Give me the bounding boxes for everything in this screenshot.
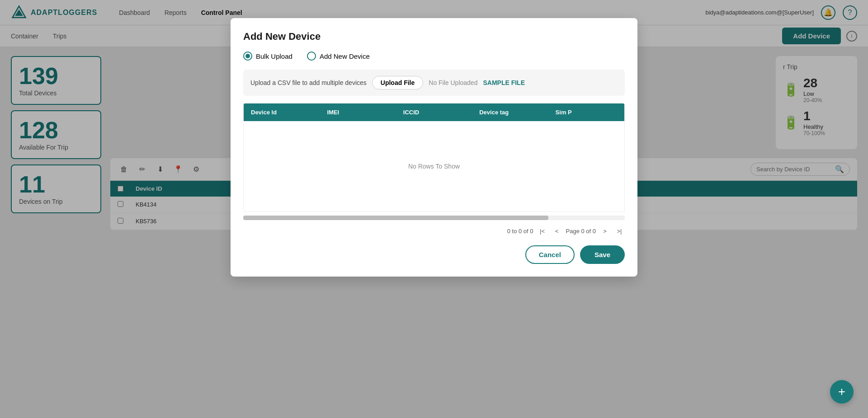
pagination-page: Page 0 of 0 (566, 228, 596, 235)
modal-col-device-id: Device Id (244, 103, 320, 121)
modal-table-body: No Rows To Show (244, 121, 624, 211)
no-rows-text: No Rows To Show (408, 163, 460, 170)
modal-table: Device Id IMEI ICCID Device tag Sim P No… (243, 103, 625, 212)
modal-col-imei: IMEI (320, 103, 396, 121)
sample-file-link[interactable]: SAMPLE FILE (483, 79, 525, 86)
pagination-range: 0 to 0 of 0 (507, 228, 533, 235)
upload-row: Upload a CSV file to add multiple device… (243, 70, 625, 96)
pagination-last[interactable]: >| (614, 225, 625, 236)
upload-label: Upload a CSV file to add multiple device… (250, 79, 367, 86)
add-new-device-modal: Add New Device Bulk Upload Add New Devic… (231, 18, 637, 277)
radio-bulk-upload-circle[interactable] (243, 52, 252, 61)
pagination-prev[interactable]: < (552, 225, 562, 236)
radio-add-new-device-label: Add New Device (320, 52, 370, 60)
radio-bulk-upload[interactable]: Bulk Upload (243, 52, 292, 61)
pagination-first[interactable]: |< (537, 225, 548, 236)
modal-overlay: Add New Device Bulk Upload Add New Devic… (0, 0, 868, 418)
fab-button[interactable]: + (830, 380, 854, 404)
radio-add-new-device-circle[interactable] (307, 52, 316, 61)
modal-scrollbar[interactable] (243, 216, 625, 220)
modal-title: Add New Device (243, 31, 625, 42)
save-button[interactable]: Save (580, 245, 625, 264)
modal-pagination: 0 to 0 of 0 |< < Page 0 of 0 > >| (243, 224, 625, 238)
modal-footer: Cancel Save (243, 245, 625, 264)
modal-col-iccid: ICCID (396, 103, 472, 121)
radio-bulk-upload-label: Bulk Upload (256, 52, 292, 60)
modal-col-sim: Sim P (548, 103, 624, 121)
modal-table-header: Device Id IMEI ICCID Device tag Sim P (244, 103, 624, 121)
pagination-next[interactable]: > (599, 225, 610, 236)
upload-file-button[interactable]: Upload File (372, 76, 423, 89)
radio-group: Bulk Upload Add New Device (243, 52, 625, 61)
no-file-text: No File Uploaded (429, 79, 477, 86)
cancel-button[interactable]: Cancel (525, 245, 575, 264)
radio-add-new-device[interactable]: Add New Device (307, 52, 370, 61)
modal-col-device-tag: Device tag (472, 103, 548, 121)
modal-scrollbar-thumb[interactable] (243, 216, 548, 220)
